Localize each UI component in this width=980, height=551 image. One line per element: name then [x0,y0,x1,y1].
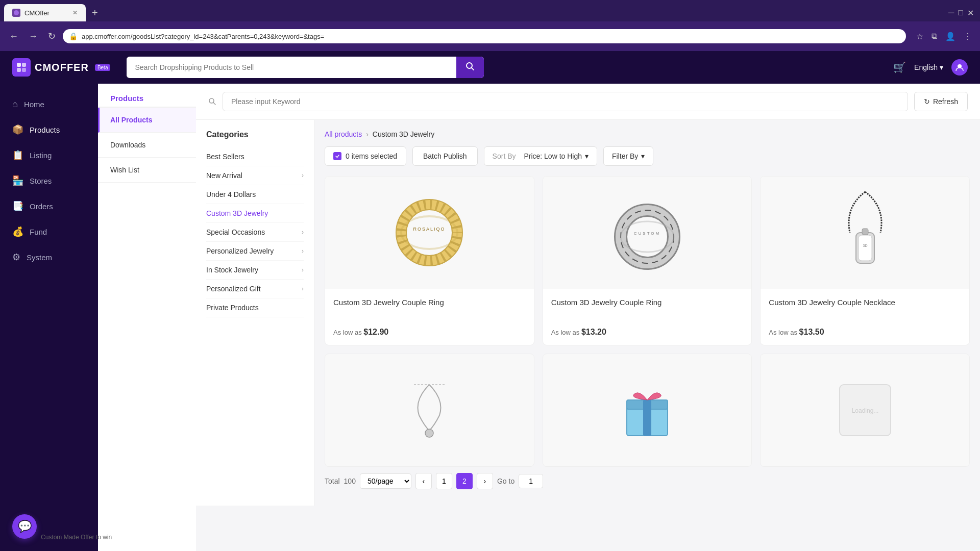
browser-tab[interactable]: CMOffer ✕ [4,4,86,21]
batch-publish-button[interactable]: Batch Publish [412,146,478,166]
tab-close-icon[interactable]: ✕ [72,9,78,16]
sidebar-item-system[interactable]: ⚙ System [0,244,98,270]
category-arrow-icon: › [302,247,304,255]
ring-gold-svg: ROSALIQO [388,192,470,273]
sub-nav-label-downloads: Downloads [110,141,145,149]
sidebar-item-fund[interactable]: 💰 Fund [0,219,98,244]
menu-icon[interactable]: ⋮ [962,30,974,43]
category-item-personalized-jewelry[interactable]: Personalized Jewelry › [206,242,304,261]
filter-selector[interactable]: Filter By ▾ [603,146,653,166]
svg-rect-3 [17,68,21,72]
sub-nav: Products All Products Downloads Wish Lis… [98,84,196,551]
category-item-best-sellers[interactable]: Best Sellers [206,147,304,166]
categories-title: Categories [206,130,304,139]
product-card-4[interactable] [325,354,534,467]
language-selector[interactable]: English ▾ [914,63,943,71]
goto-label: Go to [497,477,514,485]
browser-tabs: CMOffer ✕ + ─ □ ✕ [0,0,980,21]
products-toolbar: 0 items selected Batch Publish Sort By P… [325,146,970,166]
product-card-1[interactable]: ROSALIQO Custom 3D Jewelry Couple Ring A… [325,176,534,345]
svg-rect-26 [643,400,651,436]
sidebar-item-home[interactable]: ⌂ Home [0,92,98,117]
page-button-1[interactable]: 1 [436,473,452,489]
gift-svg [611,374,683,446]
sort-chevron-icon: ▾ [585,152,589,160]
sidebar-item-products[interactable]: 📦 Products [0,117,98,142]
svg-point-23 [425,429,433,437]
products-grid: ROSALIQO Custom 3D Jewelry Couple Ring A… [325,176,970,345]
category-arrow-icon: › [302,229,304,236]
placeholder-svg: Loading... [829,374,901,446]
price-prefix-1: As low as [333,329,362,336]
product-name-3: Custom 3D Jewelry Couple Necklace [769,297,961,321]
sub-nav-item-all-products[interactable]: All Products [98,108,196,133]
address-text: app.cmoffer.com/goodsList?category_id=24… [82,33,324,40]
header-search-input[interactable] [127,58,456,77]
price-value-3: $13.50 [799,328,824,336]
necklace-svg: 3D [824,187,906,279]
profile-icon[interactable]: 👤 [943,30,958,43]
window-minimize-btn[interactable]: ─ [948,8,954,17]
sidebar-item-listing[interactable]: 📋 Listing [0,142,98,168]
cart-icon[interactable]: 🛒 [893,61,906,73]
user-avatar[interactable] [951,59,968,76]
svg-point-18 [621,221,674,252]
per-page-select[interactable]: 50/page 20/page 100/page [360,473,411,489]
forward-button[interactable]: → [26,29,41,44]
logo-beta: Beta [95,64,111,71]
selection-checkbox[interactable] [333,152,341,160]
sub-nav-item-wish-list[interactable]: Wish List [98,158,196,183]
product-info-1: Custom 3D Jewelry Couple Ring As low as … [325,289,534,345]
back-button[interactable]: ← [6,29,21,44]
sidebar-label-home: Home [24,100,44,109]
address-bar[interactable]: 🔒 app.cmoffer.com/goodsList?category_id=… [63,29,906,43]
chat-widget[interactable]: 💬 [12,514,37,539]
category-item-private-products[interactable]: Private Products [206,298,304,317]
product-card-5[interactable] [543,354,752,467]
main-layout: ⌂ Home 📦 Products 📋 Listing 🏪 Stores 📑 O… [0,84,980,551]
category-item-new-arrival[interactable]: New Arrival › [206,166,304,185]
content-search-input[interactable] [223,92,908,111]
logo: CMOFFER Beta [12,58,110,77]
product-info-2: Custom 3D Jewelry Couple Ring As low as … [543,289,752,345]
prev-page-button[interactable]: ‹ [415,473,432,489]
category-item-in-stock-jewelry[interactable]: In Stock Jewelry › [206,261,304,280]
sub-nav-label-all-products: All Products [110,116,152,124]
category-item-personalized-gift[interactable]: Personalized Gift › [206,280,304,298]
product-card-6[interactable]: Loading... [760,354,970,467]
product-image-1: ROSALIQO [325,177,534,289]
breadcrumb-root[interactable]: All products [325,130,362,138]
refresh-button[interactable]: ↻ Refresh [914,92,968,111]
category-item-special-occasions[interactable]: Special Occasions › [206,223,304,242]
svg-point-13 [401,216,457,249]
selection-count: 0 items selected [346,152,397,160]
sort-selector[interactable]: Sort By Price: Low to High ▾ [484,146,597,166]
new-tab-button[interactable]: + [88,5,102,21]
category-item-under-4-dollars[interactable]: Under 4 Dollars [206,185,304,204]
product-price-3: As low as $13.50 [769,328,961,337]
category-item-custom-3d[interactable]: Custom 3D Jewelry [206,204,304,223]
category-label: Special Occasions [206,228,265,236]
next-page-button[interactable]: › [477,473,493,489]
category-label: Custom 3D Jewelry [206,209,268,217]
price-prefix-2: As low as [551,329,580,336]
fund-icon: 💰 [12,226,23,237]
bookmark-icon[interactable]: ☆ [914,30,925,43]
sort-label: Sort By [493,152,516,160]
goto-input[interactable] [519,474,543,488]
window-maximize-btn[interactable]: □ [958,8,963,17]
header-right: 🛒 English ▾ [893,59,968,76]
category-label: Personalized Gift [206,285,261,293]
product-card-2[interactable]: CUSTOM Custom 3D Jewelry Couple Ring As … [543,176,752,345]
header-search-button[interactable] [456,57,484,78]
sidebar-item-stores[interactable]: 🏪 Stores [0,168,98,193]
extension-icon[interactable]: ⧉ [929,30,939,43]
product-card-3[interactable]: 3D Custom 3D Jewelry Couple Necklace As … [760,176,970,345]
refresh-browser-button[interactable]: ↻ [45,29,59,44]
window-close-btn[interactable]: ✕ [967,8,974,18]
sidebar-item-orders[interactable]: 📑 Orders [0,193,98,219]
logo-text: CMOFFER [35,62,89,73]
svg-rect-4 [22,68,26,72]
page-button-2[interactable]: 2 [456,473,473,489]
sub-nav-item-downloads[interactable]: Downloads [98,133,196,158]
